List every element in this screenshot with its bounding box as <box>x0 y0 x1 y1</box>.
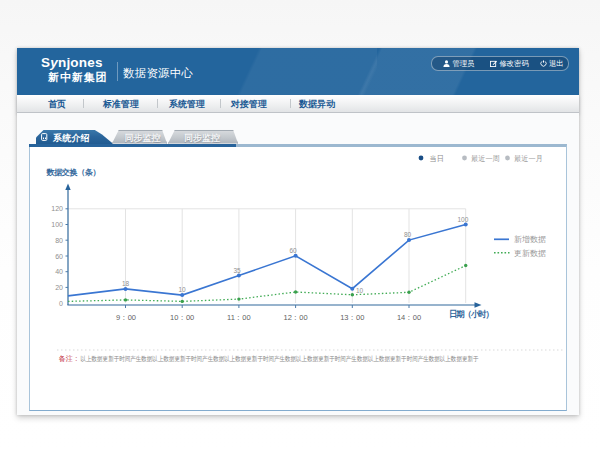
svg-text:0: 0 <box>59 300 63 307</box>
svg-text:100: 100 <box>458 216 469 223</box>
svg-text:13：00: 13：00 <box>340 313 364 322</box>
svg-text:日期（小时）: 日期（小时） <box>449 309 494 319</box>
svg-text:80: 80 <box>55 237 63 244</box>
svg-text:12：00: 12：00 <box>284 313 308 322</box>
svg-text:11：00: 11：00 <box>227 313 251 322</box>
svg-text:20: 20 <box>55 284 63 291</box>
svg-text:60: 60 <box>55 253 63 260</box>
svg-text:35: 35 <box>234 267 242 274</box>
svg-text:10: 10 <box>179 286 187 293</box>
svg-text:120: 120 <box>51 205 63 212</box>
svg-text:9：00: 9：00 <box>116 313 136 322</box>
svg-text:10: 10 <box>356 287 364 294</box>
svg-text:当日: 当日 <box>430 154 444 163</box>
svg-text:新增数据: 新增数据 <box>514 235 546 244</box>
svg-text:以上数据更新于时间产生数据以上数据更新于时间产生数据以上数据: 以上数据更新于时间产生数据以上数据更新于时间产生数据以上数据更新于时间产生数据以… <box>81 355 479 363</box>
svg-text:最近一周: 最近一周 <box>471 154 500 163</box>
svg-text:80: 80 <box>404 231 412 238</box>
svg-text:60: 60 <box>290 247 298 254</box>
svg-text:40: 40 <box>55 268 63 275</box>
svg-text:100: 100 <box>51 221 63 228</box>
svg-text:备注：: 备注： <box>59 354 80 363</box>
svg-text:数据交换（条）: 数据交换（条） <box>46 168 101 177</box>
svg-text:14：00: 14：00 <box>397 313 421 322</box>
svg-text:18: 18 <box>122 280 130 287</box>
svg-text:最近一月: 最近一月 <box>514 154 543 163</box>
svg-text:更新数据: 更新数据 <box>514 249 546 258</box>
svg-text:10：00: 10：00 <box>170 313 194 322</box>
